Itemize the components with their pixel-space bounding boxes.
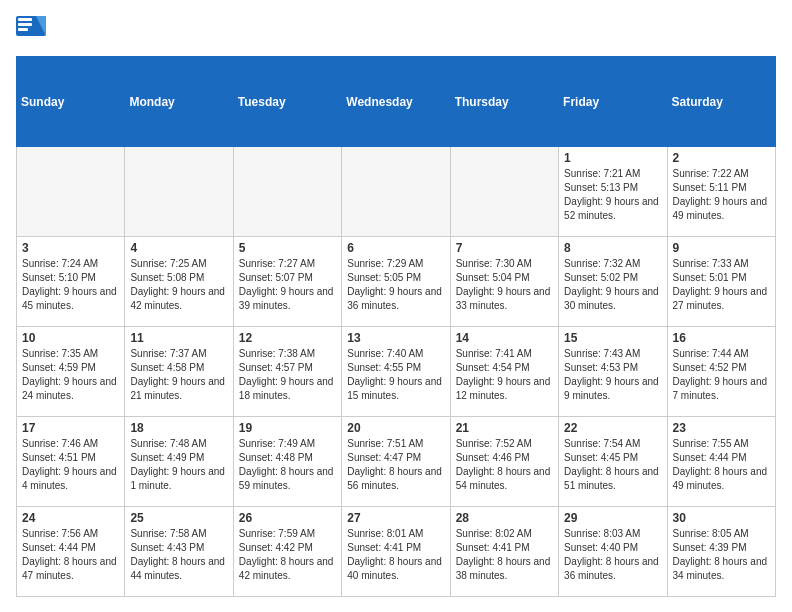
- calendar-day-cell: 19 Sunrise: 7:49 AM Sunset: 4:48 PM Dayl…: [233, 417, 341, 507]
- day-number: 30: [673, 511, 770, 525]
- day-number: 5: [239, 241, 336, 255]
- calendar-day-cell: 13 Sunrise: 7:40 AM Sunset: 4:55 PM Dayl…: [342, 327, 450, 417]
- weekday-header: Sunday: [17, 57, 125, 147]
- day-number: 10: [22, 331, 119, 345]
- day-info: Sunrise: 7:27 AM Sunset: 5:07 PM Dayligh…: [239, 257, 336, 313]
- weekday-header: Monday: [125, 57, 233, 147]
- calendar-week-row: 17 Sunrise: 7:46 AM Sunset: 4:51 PM Dayl…: [17, 417, 776, 507]
- calendar-day-cell: 15 Sunrise: 7:43 AM Sunset: 4:53 PM Dayl…: [559, 327, 667, 417]
- calendar-day-cell: 28 Sunrise: 8:02 AM Sunset: 4:41 PM Dayl…: [450, 507, 558, 597]
- day-number: 8: [564, 241, 661, 255]
- calendar-day-cell: 17 Sunrise: 7:46 AM Sunset: 4:51 PM Dayl…: [17, 417, 125, 507]
- day-info: Sunrise: 7:29 AM Sunset: 5:05 PM Dayligh…: [347, 257, 444, 313]
- calendar-day-cell: 11 Sunrise: 7:37 AM Sunset: 4:58 PM Dayl…: [125, 327, 233, 417]
- calendar-day-cell: 3 Sunrise: 7:24 AM Sunset: 5:10 PM Dayli…: [17, 237, 125, 327]
- day-info: Sunrise: 7:59 AM Sunset: 4:42 PM Dayligh…: [239, 527, 336, 583]
- day-info: Sunrise: 7:30 AM Sunset: 5:04 PM Dayligh…: [456, 257, 553, 313]
- calendar-day-cell: 25 Sunrise: 7:58 AM Sunset: 4:43 PM Dayl…: [125, 507, 233, 597]
- calendar-day-cell: [233, 147, 341, 237]
- day-info: Sunrise: 7:41 AM Sunset: 4:54 PM Dayligh…: [456, 347, 553, 403]
- day-info: Sunrise: 7:52 AM Sunset: 4:46 PM Dayligh…: [456, 437, 553, 493]
- calendar-day-cell: 30 Sunrise: 8:05 AM Sunset: 4:39 PM Dayl…: [667, 507, 775, 597]
- calendar-week-row: 3 Sunrise: 7:24 AM Sunset: 5:10 PM Dayli…: [17, 237, 776, 327]
- day-number: 29: [564, 511, 661, 525]
- day-number: 17: [22, 421, 119, 435]
- day-number: 25: [130, 511, 227, 525]
- day-number: 4: [130, 241, 227, 255]
- day-info: Sunrise: 8:02 AM Sunset: 4:41 PM Dayligh…: [456, 527, 553, 583]
- day-info: Sunrise: 7:46 AM Sunset: 4:51 PM Dayligh…: [22, 437, 119, 493]
- day-info: Sunrise: 7:44 AM Sunset: 4:52 PM Dayligh…: [673, 347, 770, 403]
- day-number: 20: [347, 421, 444, 435]
- calendar-day-cell: 18 Sunrise: 7:48 AM Sunset: 4:49 PM Dayl…: [125, 417, 233, 507]
- day-info: Sunrise: 7:22 AM Sunset: 5:11 PM Dayligh…: [673, 167, 770, 223]
- calendar-day-cell: 29 Sunrise: 8:03 AM Sunset: 4:40 PM Dayl…: [559, 507, 667, 597]
- calendar: SundayMondayTuesdayWednesdayThursdayFrid…: [16, 56, 776, 597]
- day-number: 27: [347, 511, 444, 525]
- calendar-day-cell: 16 Sunrise: 7:44 AM Sunset: 4:52 PM Dayl…: [667, 327, 775, 417]
- weekday-header: Saturday: [667, 57, 775, 147]
- calendar-day-cell: 14 Sunrise: 7:41 AM Sunset: 4:54 PM Dayl…: [450, 327, 558, 417]
- calendar-day-cell: 2 Sunrise: 7:22 AM Sunset: 5:11 PM Dayli…: [667, 147, 775, 237]
- calendar-day-cell: 24 Sunrise: 7:56 AM Sunset: 4:44 PM Dayl…: [17, 507, 125, 597]
- day-number: 18: [130, 421, 227, 435]
- day-info: Sunrise: 7:58 AM Sunset: 4:43 PM Dayligh…: [130, 527, 227, 583]
- calendar-day-cell: 7 Sunrise: 7:30 AM Sunset: 5:04 PM Dayli…: [450, 237, 558, 327]
- day-info: Sunrise: 8:03 AM Sunset: 4:40 PM Dayligh…: [564, 527, 661, 583]
- calendar-week-row: 10 Sunrise: 7:35 AM Sunset: 4:59 PM Dayl…: [17, 327, 776, 417]
- day-info: Sunrise: 7:37 AM Sunset: 4:58 PM Dayligh…: [130, 347, 227, 403]
- calendar-day-cell: [17, 147, 125, 237]
- svg-rect-2: [18, 18, 32, 21]
- day-info: Sunrise: 7:40 AM Sunset: 4:55 PM Dayligh…: [347, 347, 444, 403]
- day-info: Sunrise: 7:24 AM Sunset: 5:10 PM Dayligh…: [22, 257, 119, 313]
- calendar-day-cell: [342, 147, 450, 237]
- day-info: Sunrise: 8:05 AM Sunset: 4:39 PM Dayligh…: [673, 527, 770, 583]
- calendar-week-row: 1 Sunrise: 7:21 AM Sunset: 5:13 PM Dayli…: [17, 147, 776, 237]
- calendar-day-cell: 23 Sunrise: 7:55 AM Sunset: 4:44 PM Dayl…: [667, 417, 775, 507]
- day-number: 23: [673, 421, 770, 435]
- day-info: Sunrise: 7:21 AM Sunset: 5:13 PM Dayligh…: [564, 167, 661, 223]
- page-header: [16, 16, 776, 44]
- day-info: Sunrise: 8:01 AM Sunset: 4:41 PM Dayligh…: [347, 527, 444, 583]
- day-number: 9: [673, 241, 770, 255]
- day-info: Sunrise: 7:38 AM Sunset: 4:57 PM Dayligh…: [239, 347, 336, 403]
- day-number: 2: [673, 151, 770, 165]
- day-number: 14: [456, 331, 553, 345]
- weekday-header: Tuesday: [233, 57, 341, 147]
- calendar-day-cell: 22 Sunrise: 7:54 AM Sunset: 4:45 PM Dayl…: [559, 417, 667, 507]
- day-number: 26: [239, 511, 336, 525]
- day-info: Sunrise: 7:54 AM Sunset: 4:45 PM Dayligh…: [564, 437, 661, 493]
- weekday-header: Friday: [559, 57, 667, 147]
- day-number: 12: [239, 331, 336, 345]
- day-info: Sunrise: 7:35 AM Sunset: 4:59 PM Dayligh…: [22, 347, 119, 403]
- calendar-day-cell: 12 Sunrise: 7:38 AM Sunset: 4:57 PM Dayl…: [233, 327, 341, 417]
- day-info: Sunrise: 7:56 AM Sunset: 4:44 PM Dayligh…: [22, 527, 119, 583]
- calendar-day-cell: [125, 147, 233, 237]
- day-number: 22: [564, 421, 661, 435]
- calendar-day-cell: 20 Sunrise: 7:51 AM Sunset: 4:47 PM Dayl…: [342, 417, 450, 507]
- day-info: Sunrise: 7:25 AM Sunset: 5:08 PM Dayligh…: [130, 257, 227, 313]
- calendar-day-cell: 1 Sunrise: 7:21 AM Sunset: 5:13 PM Dayli…: [559, 147, 667, 237]
- calendar-day-cell: 27 Sunrise: 8:01 AM Sunset: 4:41 PM Dayl…: [342, 507, 450, 597]
- day-info: Sunrise: 7:48 AM Sunset: 4:49 PM Dayligh…: [130, 437, 227, 493]
- day-info: Sunrise: 7:49 AM Sunset: 4:48 PM Dayligh…: [239, 437, 336, 493]
- day-info: Sunrise: 7:43 AM Sunset: 4:53 PM Dayligh…: [564, 347, 661, 403]
- day-number: 7: [456, 241, 553, 255]
- day-info: Sunrise: 7:33 AM Sunset: 5:01 PM Dayligh…: [673, 257, 770, 313]
- day-info: Sunrise: 7:51 AM Sunset: 4:47 PM Dayligh…: [347, 437, 444, 493]
- calendar-day-cell: 10 Sunrise: 7:35 AM Sunset: 4:59 PM Dayl…: [17, 327, 125, 417]
- logo: [16, 16, 52, 44]
- day-info: Sunrise: 7:32 AM Sunset: 5:02 PM Dayligh…: [564, 257, 661, 313]
- day-number: 3: [22, 241, 119, 255]
- day-number: 21: [456, 421, 553, 435]
- calendar-header-row: SundayMondayTuesdayWednesdayThursdayFrid…: [17, 57, 776, 147]
- day-number: 11: [130, 331, 227, 345]
- day-number: 28: [456, 511, 553, 525]
- day-number: 16: [673, 331, 770, 345]
- day-number: 13: [347, 331, 444, 345]
- day-number: 1: [564, 151, 661, 165]
- calendar-day-cell: 21 Sunrise: 7:52 AM Sunset: 4:46 PM Dayl…: [450, 417, 558, 507]
- calendar-day-cell: [450, 147, 558, 237]
- day-info: Sunrise: 7:55 AM Sunset: 4:44 PM Dayligh…: [673, 437, 770, 493]
- svg-rect-4: [18, 28, 28, 31]
